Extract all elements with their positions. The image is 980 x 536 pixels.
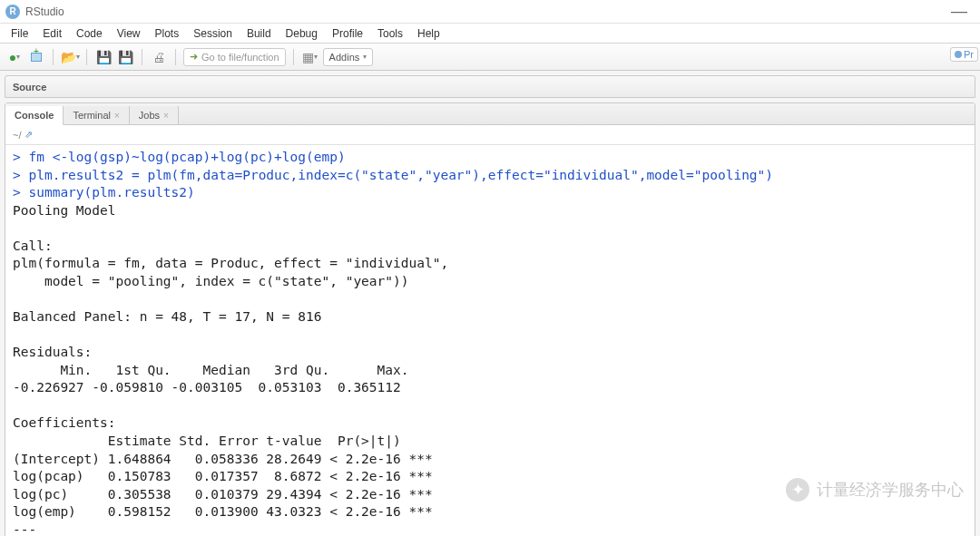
menu-profile[interactable]: Profile: [325, 25, 370, 42]
wechat-icon: ✦: [786, 478, 809, 502]
grid-icon[interactable]: ▦▾: [301, 48, 319, 66]
menu-help[interactable]: Help: [410, 25, 447, 42]
save-all-icon[interactable]: 💾: [116, 48, 134, 66]
menu-plots[interactable]: Plots: [148, 25, 187, 42]
console-panel: Console Terminal× Jobs× ~/ ⇗ > fm <-log(…: [5, 102, 975, 536]
project-badge[interactable]: Pr: [950, 47, 978, 62]
console-path-bar: ~/ ⇗: [5, 125, 975, 145]
menu-bar: File Edit Code View Plots Session Build …: [0, 24, 980, 44]
chevron-down-icon: ▾: [363, 53, 367, 61]
console-tabs: Console Terminal× Jobs×: [5, 103, 975, 125]
rstudio-logo-icon: R: [5, 5, 20, 19]
menu-view[interactable]: View: [110, 25, 148, 42]
watermark-text: 计量经济学服务中心: [817, 479, 964, 501]
console-path: ~/: [13, 130, 21, 141]
addins-dropdown[interactable]: Addins ▾: [323, 48, 374, 66]
menu-edit[interactable]: Edit: [35, 25, 69, 42]
menu-debug[interactable]: Debug: [279, 25, 325, 42]
new-file-icon[interactable]: ●▾: [5, 48, 24, 66]
menu-file[interactable]: File: [4, 25, 35, 42]
tab-terminal[interactable]: Terminal×: [64, 106, 129, 124]
print-icon[interactable]: 🖨: [150, 48, 168, 66]
menu-tools[interactable]: Tools: [370, 25, 410, 42]
menu-session[interactable]: Session: [186, 25, 240, 42]
window-title: RStudio: [25, 5, 944, 18]
watermark: ✦ 计量经济学服务中心: [786, 478, 964, 502]
addins-label: Addins: [329, 52, 360, 63]
new-project-icon[interactable]: +: [27, 48, 45, 66]
window-titlebar: R RStudio —: [0, 0, 980, 24]
open-file-icon[interactable]: 📂▾: [61, 48, 79, 66]
menu-code[interactable]: Code: [69, 25, 110, 42]
menu-build[interactable]: Build: [240, 25, 279, 42]
save-icon[interactable]: 💾: [94, 48, 113, 66]
tab-console[interactable]: Console: [5, 106, 64, 125]
toolbar: ●▾ + 📂▾ 💾 💾 🖨 ➜ Go to file/function ▦▾ A…: [0, 44, 980, 71]
goto-arrow-icon: ➜: [190, 51, 198, 63]
path-link-icon[interactable]: ⇗: [24, 129, 33, 141]
close-icon[interactable]: ×: [163, 111, 169, 121]
source-label: Source: [13, 82, 46, 93]
goto-file-function-input[interactable]: ➜ Go to file/function: [183, 48, 286, 66]
goto-placeholder: Go to file/function: [201, 52, 279, 63]
minimize-button[interactable]: —: [944, 2, 975, 21]
tab-jobs[interactable]: Jobs×: [130, 106, 179, 124]
close-icon[interactable]: ×: [114, 111, 120, 121]
source-pane-header[interactable]: Source: [5, 75, 975, 98]
